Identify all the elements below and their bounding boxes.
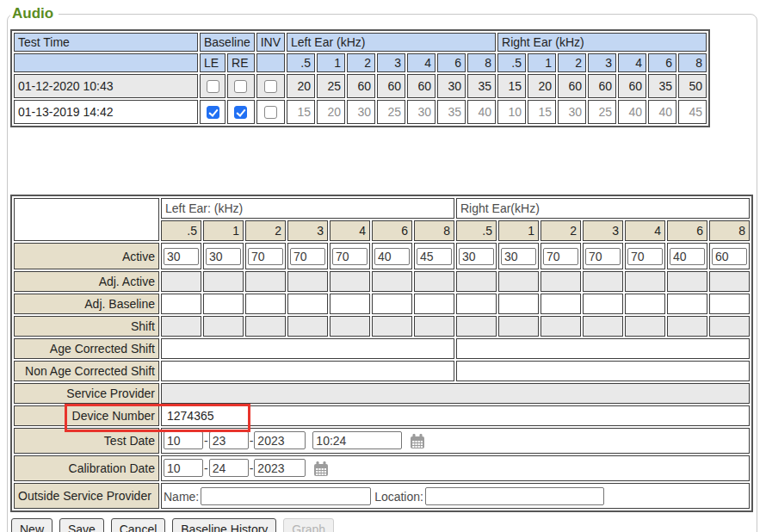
entry-header-right-ear: Right Ear(kHz) [456, 198, 750, 219]
active-threshold-input[interactable] [543, 248, 578, 265]
history-row: 01-12-2020 10:43 20 25 60 60 60 30 35 15… [14, 74, 707, 98]
row-label-calibration-date: Calibration Date [14, 455, 159, 481]
row-label-device-number: Device Number [14, 405, 159, 426]
freq-header: .5 [497, 53, 526, 72]
adj-active-cell [583, 271, 623, 292]
threshold-cell: 60 [377, 74, 405, 98]
adj-baseline-cell [414, 294, 454, 314]
active-threshold-input[interactable] [332, 248, 368, 265]
cancel-button[interactable]: Cancel [111, 518, 166, 532]
section-title: Audio [10, 5, 59, 22]
adj-active-cell [456, 271, 497, 292]
active-threshold-input[interactable] [417, 248, 452, 265]
calibration-date-day-input[interactable] [209, 459, 249, 477]
save-button[interactable]: Save [59, 518, 104, 532]
baseline-history-button[interactable]: Baseline History [172, 518, 276, 532]
row-label-adj-baseline: Adj. Baseline [14, 294, 159, 314]
col-header-left-ear: Left Ear (kHz) [287, 33, 496, 52]
row-label-age-corrected-shift: Age Corrected Shift [14, 338, 159, 359]
shift-cell [709, 316, 750, 337]
threshold-cell: 35 [467, 74, 496, 98]
active-threshold-input[interactable] [585, 248, 621, 265]
outside-provider-location-input[interactable] [425, 487, 604, 505]
adj-active-cell [625, 271, 665, 292]
shift-cell [456, 316, 497, 337]
shift-cell [541, 316, 581, 337]
freq-header: 2 [347, 53, 375, 72]
row-label-non-age-corrected-shift: Non Age Corrected Shift [14, 361, 159, 381]
adj-baseline-cell [245, 294, 286, 314]
adj-active-cell [498, 271, 539, 292]
active-threshold-input[interactable] [164, 248, 199, 265]
calendar-icon[interactable] [312, 461, 330, 478]
active-threshold-input[interactable] [206, 248, 241, 265]
test-date-day-input[interactable] [209, 431, 249, 449]
shift-cell [667, 316, 707, 337]
active-threshold-input[interactable] [670, 248, 705, 265]
shift-cell [625, 316, 665, 337]
adj-active-cell [287, 271, 328, 292]
shift-cell [203, 316, 244, 337]
outside-provider-name-input[interactable] [201, 487, 371, 505]
new-button[interactable]: New [11, 518, 53, 532]
adj-active-cell [414, 271, 454, 292]
active-threshold-input[interactable] [374, 248, 410, 265]
inv-checkbox[interactable] [264, 80, 277, 93]
active-threshold-input[interactable] [248, 248, 283, 265]
test-time-input[interactable] [312, 431, 402, 449]
calendar-icon[interactable] [409, 433, 426, 450]
shift-cell [372, 316, 412, 337]
freq-header: 2 [558, 53, 586, 72]
freq-header: 8 [414, 220, 454, 241]
history-row: 01-13-2019 14:42 15 20 30 25 30 35 40 10… [14, 100, 707, 124]
age-corrected-shift-right-cell [456, 338, 750, 359]
threshold-cell: 40 [648, 100, 676, 124]
name-label: Name: [164, 489, 199, 503]
baseline-le-checkbox[interactable] [207, 80, 219, 93]
threshold-cell: 35 [648, 74, 676, 98]
freq-header: 4 [330, 220, 370, 241]
adj-baseline-cell [161, 294, 201, 314]
col-header-re: RE [227, 53, 255, 72]
freq-header: 4 [625, 220, 665, 241]
freq-header: 3 [588, 53, 616, 72]
row-label-outside-service-provider: Outside Service Provider [14, 483, 159, 509]
inv-checkbox[interactable] [264, 106, 277, 119]
freq-header: .5 [456, 220, 497, 241]
freq-header: 2 [541, 220, 581, 241]
col-header-test-time: Test Time [14, 33, 198, 52]
threshold-cell: 40 [467, 100, 496, 124]
age-corrected-shift-left-cell [161, 338, 454, 359]
threshold-cell: 25 [588, 100, 616, 124]
test-date-year-input[interactable] [254, 431, 306, 449]
row-label-service-provider: Service Provider [14, 383, 159, 404]
active-threshold-input[interactable] [459, 248, 494, 265]
threshold-cell: 45 [678, 100, 707, 124]
calibration-date-month-input[interactable] [164, 459, 203, 477]
adj-active-cell [245, 271, 286, 292]
row-label-adj-active: Adj. Active [14, 271, 159, 292]
threshold-cell: 50 [678, 74, 707, 98]
adj-baseline-cell [372, 294, 412, 314]
freq-header: 1 [317, 53, 345, 72]
row-label-active: Active [14, 243, 159, 269]
shift-cell [498, 316, 539, 337]
adj-baseline-cell [667, 294, 707, 314]
action-button-row: New Save Cancel Baseline History Graph [11, 518, 753, 532]
adj-baseline-cell [709, 294, 750, 314]
device-number-value: 1274365 [161, 405, 750, 426]
active-threshold-input[interactable] [627, 248, 663, 265]
adj-baseline-cell [287, 294, 328, 314]
active-threshold-input[interactable] [712, 248, 747, 265]
freq-header: 1 [203, 220, 244, 241]
freq-header: .5 [161, 220, 201, 241]
test-date-month-input[interactable] [164, 431, 203, 449]
threshold-cell: 60 [558, 74, 586, 98]
threshold-cell: 20 [528, 74, 556, 98]
baseline-le-checkbox[interactable] [207, 106, 219, 119]
baseline-re-checkbox[interactable] [234, 106, 247, 119]
active-threshold-input[interactable] [290, 248, 325, 265]
calibration-date-year-input[interactable] [254, 459, 306, 477]
baseline-re-checkbox[interactable] [234, 80, 247, 93]
active-threshold-input[interactable] [501, 248, 536, 265]
